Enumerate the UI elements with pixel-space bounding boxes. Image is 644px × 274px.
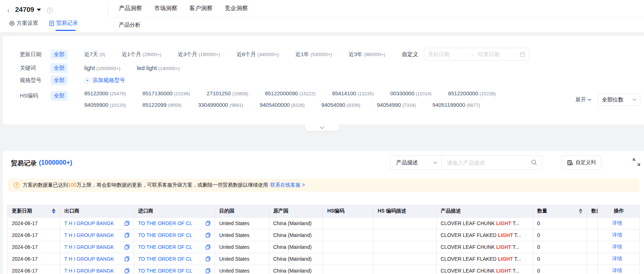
keyword-highlight: LIGHT bbox=[496, 268, 511, 274]
search-button[interactable] bbox=[527, 159, 542, 166]
date-range-input[interactable]: 开始日期 → 结束日期 bbox=[424, 48, 529, 61]
sort-icon-quantity[interactable] bbox=[579, 209, 582, 214]
fullscreen-button[interactable] bbox=[632, 158, 640, 166]
hs-code-option[interactable]: 94054990 (7334) bbox=[377, 102, 416, 108]
col-header-update-date[interactable]: 更新日期 bbox=[8, 205, 60, 217]
expand-toggle[interactable]: 展开 bbox=[575, 96, 591, 103]
search-field-value: 产品描述 bbox=[396, 159, 418, 166]
copy-icon[interactable] bbox=[206, 256, 210, 261]
detail-link[interactable]: 详情 bbox=[612, 220, 622, 226]
date-filter-option[interactable]: 近3年 (980000+) bbox=[349, 51, 385, 58]
nav-item[interactable]: 竞企洞察 bbox=[225, 5, 248, 12]
hs-code-option[interactable]: 00330000 (11014) bbox=[390, 90, 432, 96]
copy-icon[interactable] bbox=[125, 245, 129, 250]
exporter-link[interactable]: T H I GROUP BANGK bbox=[64, 256, 114, 262]
cell-importer: TO THE ORDER OF CL bbox=[134, 217, 215, 229]
copy-icon[interactable] bbox=[125, 268, 129, 273]
sort-icon-date[interactable] bbox=[52, 209, 55, 214]
importer-link[interactable]: TO THE ORDER OF CL bbox=[138, 220, 192, 226]
detail-link[interactable]: 详情 bbox=[612, 256, 622, 261]
hs-code-option[interactable]: 85414100 (13235) bbox=[332, 90, 374, 96]
date-custom-label[interactable]: 自定义 bbox=[402, 51, 418, 58]
hs-code-option[interactable]: 85122099 (9959) bbox=[143, 102, 182, 108]
cell-action: 详情 bbox=[598, 229, 640, 241]
add-spec-button[interactable]: + 添加规格型号 bbox=[84, 77, 125, 84]
hs-code-option[interactable]: 94051199000 (6877) bbox=[433, 102, 480, 108]
date-filter-option[interactable]: 近7天 (0) bbox=[84, 51, 105, 58]
copy-icon[interactable] bbox=[206, 233, 210, 238]
cell-quantity-unit bbox=[587, 229, 598, 241]
nav-item[interactable]: 客户洞察 bbox=[189, 5, 213, 12]
filter-collapse-tab[interactable] bbox=[305, 124, 339, 131]
tab-plan-settings[interactable]: 方案设置 bbox=[9, 20, 38, 31]
hs-code-option[interactable]: 8517130000 (23196) bbox=[143, 90, 190, 96]
cell-hs-desc bbox=[373, 217, 436, 229]
nav-item[interactable]: 产品洞察 bbox=[119, 5, 142, 12]
date-filter-option[interactable]: 近6个月 (340000+) bbox=[237, 51, 279, 58]
col-header-hs-desc: HS 编码描述 bbox=[373, 205, 436, 217]
caret-down-icon bbox=[37, 9, 41, 11]
cell-destination: United States bbox=[215, 217, 269, 229]
hs-options-line1: 85122000 (25479) 8517130000 (23196) 2710… bbox=[84, 90, 496, 96]
copy-icon[interactable] bbox=[125, 256, 129, 261]
plan-title-dropdown[interactable]: 24709 bbox=[15, 6, 41, 14]
keyword-all-chip[interactable]: 全部 bbox=[50, 63, 68, 73]
cell-action: 详情 bbox=[598, 241, 640, 253]
copy-icon[interactable] bbox=[206, 268, 210, 273]
copy-icon[interactable] bbox=[125, 233, 129, 238]
hs-code-option[interactable]: 94054090 (8306) bbox=[321, 102, 360, 108]
detail-link[interactable]: 详情 bbox=[612, 244, 622, 250]
cell-exporter: T H I GROUP BANGK bbox=[60, 253, 134, 265]
hs-code-option[interactable]: 3304990000 (9681) bbox=[198, 102, 243, 108]
importer-link[interactable]: TO THE ORDER OF CL bbox=[138, 256, 192, 262]
col-header-quantity-unit: 数量单位 bbox=[587, 205, 598, 217]
hs-all-chip[interactable]: 全部 bbox=[50, 91, 68, 101]
back-icon[interactable]: ‹ bbox=[7, 6, 10, 14]
copy-icon[interactable] bbox=[206, 221, 210, 226]
cell-update-date: 2024-06-17 bbox=[8, 229, 60, 241]
cell-update-date: 2024-06-17 bbox=[8, 241, 60, 253]
importer-link[interactable]: TO THE ORDER OF CL bbox=[138, 268, 192, 274]
date-filter-option[interactable]: 近1年 (530000+) bbox=[295, 51, 332, 58]
customize-columns-button[interactable]: 自定义列 bbox=[562, 155, 601, 170]
copy-icon[interactable] bbox=[206, 245, 210, 250]
keyword-option[interactable]: light (1000000+) bbox=[84, 65, 120, 72]
search-input[interactable] bbox=[442, 156, 527, 169]
contact-support-link[interactable]: 联系在线客服 > bbox=[270, 182, 305, 188]
cell-action: 详情 bbox=[598, 253, 640, 265]
info-icon[interactable]: ! bbox=[47, 8, 53, 13]
hs-code-option[interactable]: 85122000 (25479) bbox=[84, 90, 126, 96]
hs-digits-select[interactable]: 全部位数 bbox=[598, 93, 640, 106]
cell-destination: United States bbox=[215, 229, 269, 241]
copy-icon[interactable] bbox=[125, 221, 129, 226]
cell-hs-desc bbox=[373, 253, 436, 265]
hs-code-option[interactable]: 85122000090 (15222) bbox=[265, 90, 316, 96]
cell-origin: China (Mainland) bbox=[269, 253, 323, 265]
exporter-link[interactable]: T H I GROUP BANGK bbox=[64, 244, 114, 250]
hs-code-option[interactable]: 8512200000 (10238) bbox=[448, 90, 496, 96]
importer-link[interactable]: TO THE ORDER OF CL bbox=[138, 232, 192, 238]
hs-code-option[interactable]: 27101250 (15808) bbox=[207, 90, 249, 96]
exporter-link[interactable]: T H I GROUP BANGK bbox=[64, 232, 114, 238]
hs-code-option[interactable]: 94059900 (10120) bbox=[84, 102, 126, 108]
date-filter-option[interactable]: 近1个月 (29000+) bbox=[122, 51, 161, 58]
gear-icon bbox=[9, 20, 15, 26]
exporter-link[interactable]: T H I GROUP BANGK bbox=[64, 220, 114, 226]
subnav-product-analysis[interactable]: 产品分析 bbox=[119, 22, 140, 28]
detail-link[interactable]: 详情 bbox=[612, 268, 622, 273]
tab-trade-records[interactable]: 贸易记录 bbox=[49, 20, 78, 31]
spec-all-chip[interactable]: 全部 bbox=[50, 76, 68, 85]
keyword-option[interactable]: led light (140000+) bbox=[137, 65, 180, 72]
importer-link[interactable]: TO THE ORDER OF CL bbox=[138, 244, 192, 250]
detail-link[interactable]: 详情 bbox=[612, 232, 622, 238]
table-row: 2024-06-17 T H I GROUP BANGK TO THE ORDE… bbox=[8, 253, 640, 265]
col-header-quantity[interactable]: 数量 bbox=[533, 205, 587, 217]
nav-item[interactable]: 市场洞察 bbox=[154, 5, 177, 12]
search-field-select[interactable]: 产品描述 bbox=[390, 156, 442, 169]
exporter-link[interactable]: T H I GROUP BANGK bbox=[64, 268, 114, 274]
cell-quantity: 0 bbox=[533, 265, 587, 274]
hs-code-option[interactable]: 9405400000 (8326) bbox=[260, 102, 305, 108]
date-filter-option[interactable]: 近3个月 (190000+) bbox=[178, 51, 220, 58]
date-all-chip[interactable]: 全部 bbox=[50, 50, 68, 59]
nav-border bbox=[112, 18, 644, 18]
